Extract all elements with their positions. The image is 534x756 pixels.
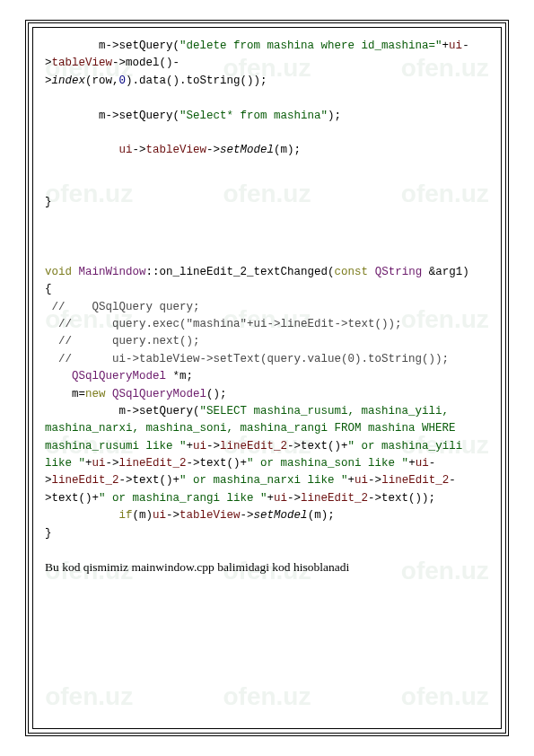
description-paragraph: Bu kod qismimiz mainwindow.cpp balimidag… [45, 558, 489, 577]
code-block: m->setQuery("delete from mashina where i… [45, 38, 489, 542]
page-content: m->setQuery("delete from mashina where i… [45, 38, 489, 718]
